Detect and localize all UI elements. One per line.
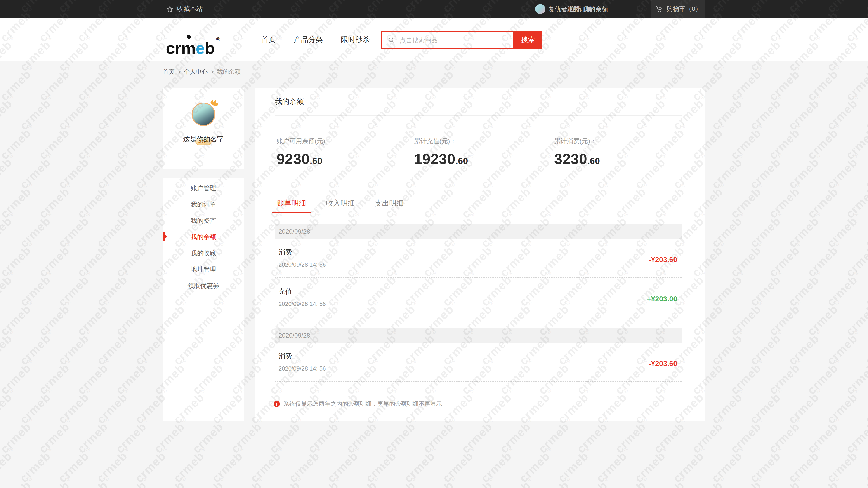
watermark-text: crmeb® — [74, 64, 114, 103]
avatar[interactable] — [192, 103, 215, 126]
breadcrumb-home[interactable]: 首页 — [163, 68, 175, 76]
watermark-text: crmeb® — [267, 475, 306, 488]
watermark-text: crmeb® — [747, 152, 786, 192]
watermark-text: crmeb® — [727, 64, 767, 103]
logo-registered-mark: ® — [216, 36, 220, 42]
watermark-text: crmeb® — [843, 64, 868, 103]
logo[interactable]: crmeb® — [166, 29, 220, 50]
watermark-text: crmeb® — [497, 416, 537, 456]
watermark-text: crmeb® — [459, 416, 498, 456]
cart-label: 购物车（0） — [666, 5, 702, 13]
watermark-text: crmeb® — [190, 475, 229, 488]
bill-type: 充值 — [278, 287, 682, 296]
watermark-text: crmeb® — [74, 416, 114, 456]
nav-home[interactable]: 首页 — [261, 35, 276, 44]
stat-value-int: 19230 — [414, 151, 456, 168]
watermark-text: crmeb® — [382, 475, 421, 488]
detail-tabs: 账单明细 收入明细 支出明细 — [272, 194, 682, 213]
active-marker-icon — [163, 232, 164, 241]
tab-bill-details[interactable]: 账单明细 — [272, 194, 311, 213]
watermark-text: crmeb® — [74, 182, 114, 221]
watermark-text: crmeb® — [824, 446, 864, 485]
watermark-text: crmeb® — [766, 475, 806, 488]
watermark-text: crmeb® — [228, 416, 268, 456]
watermark-text: crmeb® — [74, 475, 114, 488]
stat-value: 9230 .60 — [277, 151, 325, 168]
watermark-text: crmeb® — [709, 269, 748, 309]
stat-value: 19230 .60 — [414, 151, 468, 168]
watermark-text: crmeb® — [420, 416, 460, 456]
watermark-text: crmeb® — [113, 123, 152, 162]
watermark-text: crmeb® — [36, 358, 75, 397]
sidebar-item-balance[interactable]: 我的余额 — [163, 229, 244, 245]
watermark-text: crmeb® — [17, 152, 57, 192]
watermark-text: crmeb® — [709, 152, 748, 192]
watermark-text: crmeb® — [94, 211, 133, 250]
breadcrumb-user-center[interactable]: 个人中心 — [184, 68, 208, 76]
watermark-text: crmeb® — [94, 328, 133, 368]
watermark-text: crmeb® — [74, 240, 114, 280]
cart-button[interactable]: 购物车（0） — [651, 0, 705, 18]
watermark-text: crmeb® — [862, 328, 868, 368]
watermark-text: crmeb® — [36, 416, 75, 456]
watermark-text: crmeb® — [17, 269, 57, 309]
sidebar-item-orders[interactable]: 我的订单 — [163, 196, 244, 213]
watermark-text: crmeb® — [804, 64, 844, 103]
watermark-text: crmeb® — [574, 475, 614, 488]
logo-text: cr — [166, 39, 181, 57]
avatar-wrap: SVIP — [192, 103, 215, 126]
watermark-text: crmeb® — [593, 446, 633, 485]
watermark-text: crmeb® — [113, 475, 152, 488]
bill-time: 2020/09/28 14: 56 — [278, 300, 682, 307]
sidebar-item-account[interactable]: 账户管理 — [163, 180, 244, 196]
watermark-text: crmeb® — [151, 475, 191, 488]
profile-name: 这是你的名字 — [163, 135, 244, 144]
watermark-text: crmeb® — [0, 240, 37, 280]
sidebar-item-coupons[interactable]: 领取优惠券 — [163, 278, 244, 294]
nav-categories[interactable]: 产品分类 — [294, 35, 323, 44]
sidebar-item-assets[interactable]: 我的资产 — [163, 213, 244, 229]
watermark-text: crmeb® — [785, 152, 825, 192]
sidebar-menu: 账户管理 我的订单 我的资产 我的余额 我的收藏 地址管理 领取优惠券 — [163, 178, 244, 421]
watermark-text: crmeb® — [0, 416, 37, 456]
watermark-text: crmeb® — [574, 416, 614, 456]
topbar: 收藏本站 复仇者联盟 我的订单 我的余额 购物车（0） — [0, 0, 868, 18]
watermark-text: crmeb® — [824, 152, 864, 192]
watermark-text: crmeb® — [55, 387, 95, 427]
watermark-text: crmeb® — [727, 123, 767, 162]
sidebar-item-favorites[interactable]: 我的收藏 — [163, 245, 244, 261]
search-field[interactable] — [381, 31, 514, 49]
bill-amount: -¥203.60 — [649, 360, 677, 368]
balance-panel: 我的余额 账户可用余额(元) 9230 .60 累计充值(元)： 19230 .… — [255, 88, 705, 421]
watermark-text: crmeb® — [132, 446, 172, 485]
favorite-site-link[interactable]: 收藏本站 — [166, 0, 203, 18]
stat-value-int: 9230 — [277, 151, 310, 168]
user-avatar-small[interactable] — [535, 4, 545, 14]
watermark-text: crmeb® — [689, 416, 729, 456]
sidebar-item-address[interactable]: 地址管理 — [163, 261, 244, 278]
search-box: 搜索 — [381, 31, 542, 49]
tab-expense-details[interactable]: 支出明细 — [369, 194, 409, 213]
watermark-text: crmeb® — [55, 269, 95, 309]
tab-income-details[interactable]: 收入明细 — [320, 194, 360, 213]
search-input[interactable] — [399, 33, 509, 48]
watermark-text: crmeb® — [0, 269, 18, 309]
watermark-text: crmeb® — [709, 387, 748, 427]
bill-row: 消费 2020/09/28 14: 56 -¥203.60 — [275, 343, 682, 382]
breadcrumb-current: 我的余额 — [217, 68, 241, 76]
search-button[interactable]: 搜索 — [514, 31, 542, 49]
watermark-text: crmeb® — [843, 416, 868, 456]
watermark-text: crmeb® — [862, 211, 868, 250]
stat-label: 累计充值(元)： — [414, 137, 468, 147]
watermark-text: crmeb® — [36, 299, 75, 338]
topbar-my-balance-link[interactable]: 我的余额 — [583, 0, 608, 18]
watermark-text: crmeb® — [804, 416, 844, 456]
nav-flash-sale[interactable]: 限时秒杀 — [341, 35, 370, 44]
watermark-text: crmeb® — [727, 358, 767, 397]
watermark-text: crmeb® — [824, 269, 864, 309]
watermark-text: crmeb® — [17, 387, 57, 427]
watermark-text: crmeb® — [785, 211, 825, 250]
watermark-text: crmeb® — [36, 182, 75, 221]
bill-time: 2020/09/28 14: 56 — [278, 261, 682, 268]
watermark-text: crmeb® — [843, 358, 868, 397]
